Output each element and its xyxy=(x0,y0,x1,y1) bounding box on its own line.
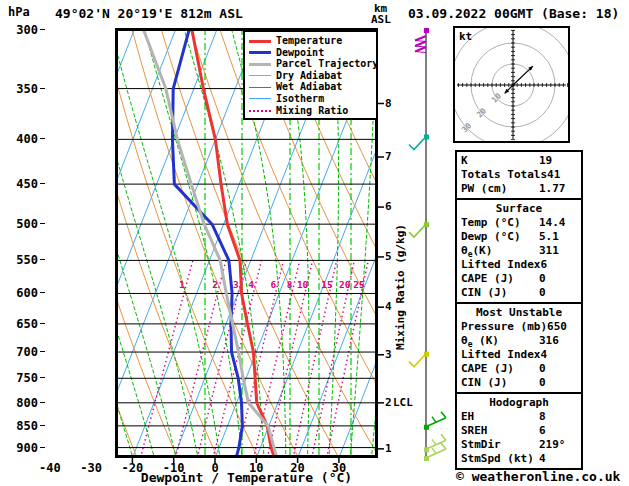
pressure-tick-mark xyxy=(40,88,45,89)
panel-row-label: Dewp (°C) xyxy=(461,230,539,244)
panel-row-label: StmSpd (kt) xyxy=(461,452,539,466)
series-dewpoint xyxy=(172,30,242,458)
panel-row-label: Lifted Index xyxy=(461,348,540,362)
mixing-ratio-value-label: 25 xyxy=(353,279,365,290)
pressure-tick-label: 350 xyxy=(6,82,38,96)
panel-row: Totals Totals41 xyxy=(461,168,577,182)
isotherm-line xyxy=(115,28,259,458)
wet-adiabat-line xyxy=(115,30,181,464)
indices-panel-most-unstable: Most UnstablePressure (mb)650θe (K)316Li… xyxy=(455,302,583,394)
panel-row: StmDir219° xyxy=(461,438,577,452)
panel-row-label: Totals Totals xyxy=(461,168,547,182)
line xyxy=(441,412,446,418)
pressure-tick-mark xyxy=(40,425,45,426)
pressure-tick-label: 850 xyxy=(6,419,38,433)
mixing-ratio-value-label: 15 xyxy=(321,279,333,290)
line xyxy=(415,42,426,47)
panel-row-label: CIN (J) xyxy=(461,286,539,300)
hodograph-box: 102030 kt xyxy=(453,26,570,143)
pressure-tick-label: 700 xyxy=(6,345,38,359)
pressure-tick-label: 300 xyxy=(6,23,38,37)
pressure-tick-mark xyxy=(40,377,45,378)
pressure-tick-label: 450 xyxy=(6,177,38,191)
page-title: 49°02'N 20°19'E 812m ASL xyxy=(55,6,243,21)
line xyxy=(415,47,426,52)
panel-row-value: 41 xyxy=(547,168,577,182)
legend-row: Mixing Ratio xyxy=(249,105,372,117)
legend-row: Wet Adiabat xyxy=(249,81,372,93)
wind-barb-300mb xyxy=(415,28,429,53)
panel-row: StmSpd (kt)4 xyxy=(461,452,577,466)
mixing-ratio-value-label: 3 xyxy=(233,279,239,290)
mixing-ratio-value-label: 1 xyxy=(179,279,185,290)
x-axis-title: Dewpoint / Temperature (°C) xyxy=(115,470,378,485)
pressure-tick-label: 800 xyxy=(6,396,38,410)
panel-row-value: 0 xyxy=(539,376,577,390)
panel-row-label: EH xyxy=(461,410,539,424)
skewt-sounding-page: hPa 49°02'N 20°19'E 812m ASL km ASL 03.0… xyxy=(0,0,629,486)
legend-label: Wet Adiabat xyxy=(276,81,342,92)
panel-row-label: Lifted Index xyxy=(461,258,540,272)
panel-header: Surface xyxy=(461,202,577,216)
run-date: 03.09.2022 00GMT (Base: 18) xyxy=(408,6,619,21)
panel-row: θe(K)311 xyxy=(461,244,577,258)
panel-row: CIN (J)0 xyxy=(461,376,577,390)
panel-row: EH8 xyxy=(461,410,577,424)
panel-row-value: 6 xyxy=(539,424,577,438)
legend-sample-dewpoint xyxy=(249,51,271,54)
panel-row: CAPE (J)0 xyxy=(461,362,577,376)
line xyxy=(441,434,446,440)
pressure-tick-mark xyxy=(40,292,45,293)
panel-row: Dewp (°C)5.1 xyxy=(461,230,577,244)
pressure-tick-mark xyxy=(40,323,45,324)
hodograph-plot: 102030 xyxy=(455,28,568,141)
line xyxy=(432,439,436,445)
mixing-ratio-value-label: 6 xyxy=(270,279,276,290)
wet-adiabat-line xyxy=(145,30,244,464)
polyline xyxy=(409,136,426,149)
panel-row-value: 0 xyxy=(539,362,577,376)
mixing-ratio-value-label: 20 xyxy=(339,279,351,290)
panel-row: θe (K)316 xyxy=(461,334,577,348)
panel-row: CIN (J)0 xyxy=(461,286,577,300)
line xyxy=(441,443,446,449)
panel-row-label: θe(K) xyxy=(461,244,539,258)
legend-label: Dewpoint xyxy=(276,47,324,58)
pressure-axis-unit: hPa xyxy=(8,5,30,19)
indices-panel-hodograph: HodographEH8SREH6StmDir219°StmSpd (kt)4 xyxy=(455,392,583,470)
legend-sample-wet-adiabat xyxy=(249,87,271,88)
panel-row-value: 4 xyxy=(539,452,577,466)
wet-adiabat-line xyxy=(115,30,139,464)
panel-row-value: 1.77 xyxy=(539,182,577,196)
panel-row-value: 6 xyxy=(540,258,577,272)
panel-row: Pressure (mb)650 xyxy=(461,320,577,334)
indices-tables: K19Totals Totals41PW (cm)1.77SurfaceTemp… xyxy=(455,152,583,470)
indices-panel: K19Totals Totals41PW (cm)1.77 xyxy=(455,150,583,200)
panel-row-value: 4 xyxy=(540,348,577,362)
pressure-tick-mark xyxy=(40,29,45,30)
panel-row-label: SREH xyxy=(461,424,539,438)
panel-row: Lifted Index6 xyxy=(461,258,577,272)
panel-row: Temp (°C)14.4 xyxy=(461,216,577,230)
panel-row: CAPE (J)0 xyxy=(461,272,577,286)
pressure-tick-mark xyxy=(40,259,45,260)
legend-sample-mixing-ratio xyxy=(249,110,271,112)
legend-label: Isotherm xyxy=(276,93,324,104)
panel-row-label: K xyxy=(461,154,539,168)
panel-row-value: 19 xyxy=(539,154,577,168)
pressure-tick-label: 550 xyxy=(6,253,38,267)
pressure-tick-mark xyxy=(40,447,45,448)
mixing-ratio-value-label: 10 xyxy=(297,279,309,290)
pressure-tick-mark xyxy=(40,402,45,403)
legend-label: Dry Adiabat xyxy=(276,70,342,81)
line xyxy=(415,52,426,53)
indices-panel-surface: SurfaceTemp (°C)14.4Dewp (°C)5.1θe(K)311… xyxy=(455,198,583,304)
pressure-tick-label: 500 xyxy=(6,217,38,231)
line xyxy=(415,36,426,41)
temperature-tick-label: -40 xyxy=(30,461,70,475)
panel-row-label: CAPE (J) xyxy=(461,362,539,376)
pressure-tick-label: 750 xyxy=(6,371,38,385)
wind-barb-column xyxy=(378,20,458,480)
legend-sample-isotherm xyxy=(249,98,271,99)
wet-adiabat-line xyxy=(115,30,202,464)
